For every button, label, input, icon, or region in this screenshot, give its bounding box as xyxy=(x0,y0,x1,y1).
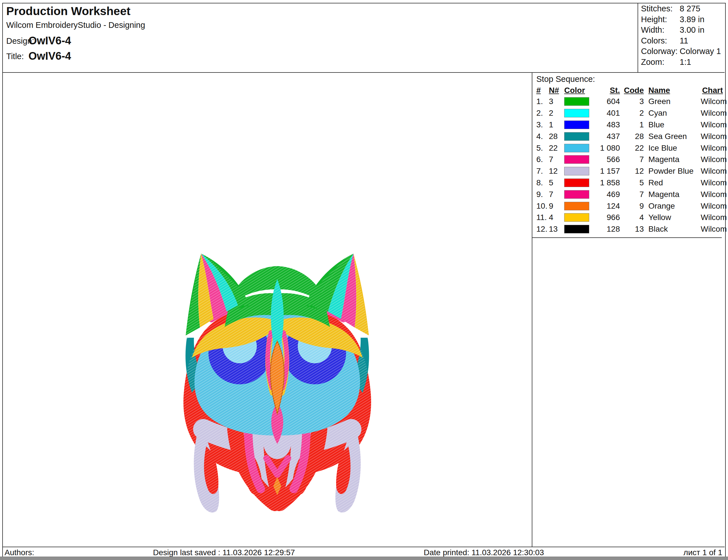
thread-chart: Wilcom xyxy=(700,109,723,118)
col-name: Name xyxy=(644,86,700,95)
col-chart: Chart xyxy=(700,86,723,95)
info-row: Width: 3.00 in xyxy=(638,25,726,36)
stop-sequence-rows: 1. 3 604 3 Green Wilcom 2. 2 401 2 xyxy=(536,96,722,235)
needle-number: 9 xyxy=(549,202,564,211)
needle-number: 2 xyxy=(549,109,564,118)
info-row: Zoom: 1:1 xyxy=(638,57,726,68)
thread-code: 28 xyxy=(620,132,644,141)
needle-number: 28 xyxy=(549,132,564,141)
row-number: 4. xyxy=(536,132,549,141)
row-number: 6. xyxy=(536,155,549,164)
stop-sequence-title: Stop Sequence: xyxy=(536,75,726,84)
row-number: 10. xyxy=(536,202,549,211)
thread-name: Yellow xyxy=(644,213,700,222)
table-row: 1. 3 604 3 Green Wilcom xyxy=(536,96,722,108)
table-row: 6. 7 566 7 Magenta Wilcom xyxy=(536,154,722,166)
table-row: 9. 7 469 7 Magenta Wilcom xyxy=(536,189,722,200)
table-row: 8. 5 1 858 5 Red Wilcom xyxy=(536,177,722,189)
thread-chart: Wilcom xyxy=(700,167,723,176)
needle-number: 7 xyxy=(549,155,564,164)
thread-code: 4 xyxy=(620,213,644,222)
thread-name: Magenta xyxy=(644,190,700,199)
thread-chart: Wilcom xyxy=(700,132,723,141)
color-swatch xyxy=(564,213,589,222)
thread-code: 13 xyxy=(620,225,644,234)
color-swatch xyxy=(564,202,589,210)
color-swatch xyxy=(564,179,589,187)
table-row: 11. 4 966 4 Yellow Wilcom xyxy=(536,212,722,224)
info-label: Width: xyxy=(641,25,664,35)
stitch-count: 966 xyxy=(591,213,620,222)
color-swatch xyxy=(564,225,589,234)
thread-name: Red xyxy=(644,178,700,187)
last-saved-text: Design last saved : 11.03.2026 12:29:57 xyxy=(153,548,295,557)
app-subtitle: Wilcom EmbroideryStudio - Designing xyxy=(6,20,145,30)
page-number: лист 1 of 1 xyxy=(683,548,722,557)
thread-name: Orange xyxy=(644,202,700,211)
stitch-count: 124 xyxy=(591,202,620,211)
row-number: 9. xyxy=(536,190,549,199)
owl-design-preview xyxy=(164,247,391,529)
info-value: 11 xyxy=(680,36,688,46)
row-number: 3. xyxy=(536,120,549,129)
table-row: 5. 22 1 080 22 Ice Blue Wilcom xyxy=(536,142,722,154)
stitch-count: 1 157 xyxy=(591,167,620,176)
stitch-count: 604 xyxy=(591,97,620,106)
thread-name: Black xyxy=(644,225,700,234)
color-swatch xyxy=(564,97,589,106)
table-row: 3. 1 483 1 Blue Wilcom xyxy=(536,119,722,131)
table-row: 2. 2 401 2 Cyan Wilcom xyxy=(536,108,722,119)
col-code: Code xyxy=(620,86,644,95)
table-row: 7. 12 1 157 12 Powder Blue Wilcom xyxy=(536,166,722,177)
footer: Authors: Design last saved : 11.03.2026 … xyxy=(2,547,725,557)
info-row: Stitches: 8 275 xyxy=(638,3,726,14)
info-label: Height: xyxy=(641,15,667,24)
row-number: 12. xyxy=(536,225,549,234)
table-row: 4. 28 437 28 Sea Green Wilcom xyxy=(536,131,722,142)
thread-code: 9 xyxy=(620,202,644,211)
table-row: 12. 13 128 13 Black Wilcom xyxy=(536,224,722,235)
thread-chart: Wilcom xyxy=(700,202,723,211)
needle-number: 22 xyxy=(549,144,564,153)
color-swatch xyxy=(564,155,589,164)
date-printed-text: Date printed: 11.03.2026 12:30:03 xyxy=(424,548,544,557)
table-row: 10. 9 124 9 Orange Wilcom xyxy=(536,200,722,212)
thread-chart: Wilcom xyxy=(700,190,723,199)
info-value: 1:1 xyxy=(680,57,691,67)
production-worksheet-page: Production Worksheet Wilcom EmbroiderySt… xyxy=(0,0,728,560)
needle-number: 1 xyxy=(549,120,564,129)
title-label: Title: xyxy=(6,52,24,61)
needle-number: 12 xyxy=(549,167,564,176)
stitch-count: 437 xyxy=(591,132,620,141)
page-bottom-strip xyxy=(0,557,728,560)
info-row: Colorway: Colorway 1 xyxy=(638,46,726,57)
needle-number: 4 xyxy=(549,213,564,222)
page-title: Production Worksheet xyxy=(6,5,131,18)
info-value: 3.89 in xyxy=(680,15,704,24)
color-swatch xyxy=(564,121,589,129)
thread-name: Powder Blue xyxy=(644,167,700,176)
needle-number: 3 xyxy=(549,97,564,106)
design-canvas xyxy=(3,73,531,547)
thread-chart: Wilcom xyxy=(700,120,723,129)
thread-chart: Wilcom xyxy=(700,213,723,222)
needle-number: 7 xyxy=(549,190,564,199)
row-number: 7. xyxy=(536,167,549,176)
info-row: Height: 3.89 in xyxy=(638,14,726,25)
row-number: 5. xyxy=(536,144,549,153)
row-number: 2. xyxy=(536,109,549,118)
thread-chart: Wilcom xyxy=(700,155,723,164)
thread-code: 12 xyxy=(620,167,644,176)
thread-code: 1 xyxy=(620,120,644,129)
stitch-count: 401 xyxy=(591,109,620,118)
thread-name: Sea Green xyxy=(644,132,700,141)
design-value: OwIV6-4 xyxy=(28,35,71,47)
thread-name: Magenta xyxy=(644,155,700,164)
info-value: Colorway 1 xyxy=(680,47,721,56)
color-swatch xyxy=(564,109,589,117)
stitch-count: 1 080 xyxy=(591,144,620,153)
thread-name: Cyan xyxy=(644,109,700,118)
thread-code: 7 xyxy=(620,190,644,199)
thread-name: Ice Blue xyxy=(644,144,700,153)
stop-sequence-panel: Stop Sequence: # N# Color St. Code Name … xyxy=(532,73,726,547)
